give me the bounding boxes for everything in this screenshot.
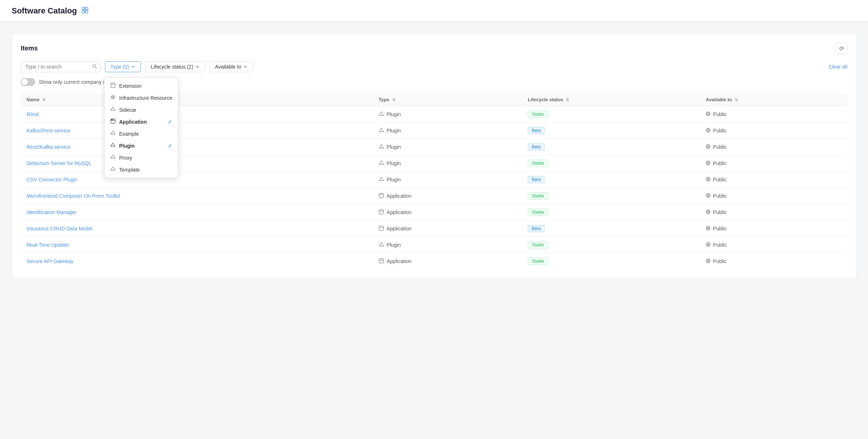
type-label: Application xyxy=(387,209,412,215)
cell-available: Public xyxy=(700,139,847,155)
table-row: Real-Time Updater Plugin Stable Public xyxy=(21,237,847,253)
search-wrap xyxy=(21,61,101,72)
row-name-link[interactable]: Rönd xyxy=(27,111,38,117)
refresh-button[interactable]: ⟳ xyxy=(836,42,847,54)
application-type-icon xyxy=(379,209,384,216)
globe-icon xyxy=(706,242,711,248)
dropdown-item-plugin[interactable]: Plugin ✓ xyxy=(105,140,178,152)
cell-lifecycle: Beta xyxy=(522,139,700,155)
available-filter-button[interactable]: Available to xyxy=(210,61,253,72)
infrastructure-icon xyxy=(110,95,115,101)
dropdown-label-sidecar: Sidecar xyxy=(119,107,136,113)
row-name-link[interactable]: Rest2Kafka service xyxy=(27,144,70,150)
globe-icon xyxy=(706,160,711,167)
svg-rect-1 xyxy=(85,7,88,10)
clear-all-button[interactable]: Clear all xyxy=(829,64,847,70)
cell-type: Plugin xyxy=(373,172,522,188)
row-name-link[interactable]: Insurance CRUD Data Model xyxy=(27,226,92,231)
catalog-icon[interactable] xyxy=(81,7,89,15)
lifecycle-filter-button[interactable]: Lifecycle status (2) xyxy=(145,61,205,72)
col-name[interactable]: Name ⇅ xyxy=(21,93,373,106)
row-name-link[interactable]: Microfrontend Composer On Prem Toolkit xyxy=(27,193,120,199)
sort-icon-lifecycle: ⇅ xyxy=(566,98,569,102)
col-type[interactable]: Type ⇅ xyxy=(373,93,522,106)
company-toggle[interactable] xyxy=(21,78,35,86)
svg-marker-34 xyxy=(379,177,384,181)
table-row: Secure API Gateway Application Stable Pu… xyxy=(21,253,847,270)
dropdown-label-infrastructure: Infrastructure Resource xyxy=(119,95,172,101)
dropdown-item-proxy[interactable]: Proxy xyxy=(105,152,178,164)
type-filter-button[interactable]: Type (2) xyxy=(105,61,141,72)
proxy-icon xyxy=(110,155,115,161)
available-label: Public xyxy=(713,177,727,182)
available-label: Public xyxy=(713,209,727,215)
cell-name: Microfrontend Composer On Prem Toolkit xyxy=(21,188,373,204)
cell-name: CSV Connector Plugin xyxy=(21,172,373,188)
plugin-type-icon xyxy=(379,242,384,248)
cell-available: Public xyxy=(700,204,847,221)
plugin-type-icon xyxy=(379,111,384,118)
dropdown-label-plugin: Plugin xyxy=(119,143,135,149)
type-label: Plugin xyxy=(387,111,401,117)
lifecycle-badge: Stable xyxy=(528,241,548,249)
col-available[interactable]: Available to ⇅ xyxy=(700,93,847,106)
application-type-icon xyxy=(379,258,384,264)
dropdown-item-template[interactable]: Template xyxy=(105,164,178,176)
cell-name: Kafka2Rest service xyxy=(21,123,373,139)
cell-type: Application xyxy=(373,221,522,237)
dropdown-label-proxy: Proxy xyxy=(119,155,132,161)
cell-name: Rönd xyxy=(21,106,373,123)
toggle-label: Show only current company ite xyxy=(39,79,108,85)
svg-rect-6 xyxy=(111,83,115,87)
svg-marker-22 xyxy=(379,128,384,132)
cell-available: Public xyxy=(700,253,847,270)
search-icon xyxy=(92,64,97,70)
globe-icon xyxy=(706,128,711,134)
sort-icon-type: ⇅ xyxy=(392,98,396,102)
dropdown-item-example[interactable]: Example xyxy=(105,128,178,140)
globe-icon xyxy=(706,144,711,150)
chevron-down-icon-2 xyxy=(243,65,248,69)
dropdown-item-sidecar[interactable]: Sidecar xyxy=(105,104,178,116)
cell-lifecycle: Beta xyxy=(522,123,700,139)
cell-lifecycle: Stable xyxy=(522,155,700,172)
cell-lifecycle: Stable xyxy=(522,188,700,204)
svg-marker-26 xyxy=(379,144,384,148)
type-label: Plugin xyxy=(387,128,401,134)
row-name-link[interactable]: Real-Time Updater xyxy=(27,242,69,248)
sort-icon-name: ⇅ xyxy=(42,98,45,102)
cell-type: Plugin xyxy=(373,155,522,172)
items-card: Items ⟳ Type (2) xyxy=(12,33,856,278)
type-label: Plugin xyxy=(387,144,401,150)
svg-marker-16 xyxy=(111,155,115,158)
plugin-type-icon xyxy=(379,128,384,134)
cell-name: Real-Time Updater xyxy=(21,237,373,253)
dropdown-item-extension[interactable]: Extension xyxy=(105,80,178,92)
cell-lifecycle: Stable xyxy=(522,204,700,221)
search-input[interactable] xyxy=(21,61,101,72)
row-name-link[interactable]: CSV Connector Plugin xyxy=(27,177,77,182)
row-name-link[interactable]: Debezium Server for MySQL xyxy=(27,160,92,166)
example-icon xyxy=(110,131,115,137)
check-icon-plugin: ✓ xyxy=(168,143,172,149)
lifecycle-badge: Beta xyxy=(528,143,545,151)
cell-type: Plugin xyxy=(373,237,522,253)
cell-name: Secure API Gateway xyxy=(21,253,373,270)
cell-lifecycle: Beta xyxy=(522,221,700,237)
row-name-link[interactable]: Secure API Gateway xyxy=(27,258,73,264)
lifecycle-badge: Stable xyxy=(528,192,548,200)
row-name-link[interactable]: Kafka2Rest service xyxy=(27,128,70,134)
dropdown-item-infrastructure[interactable]: Infrastructure Resource xyxy=(105,92,178,104)
available-label: Public xyxy=(713,144,727,150)
sidecar-icon xyxy=(110,107,115,113)
svg-rect-38 xyxy=(379,193,384,198)
check-icon-application: ✓ xyxy=(168,119,172,125)
cell-type: Plugin xyxy=(373,139,522,155)
dropdown-item-application[interactable]: Application ✓ xyxy=(105,116,178,128)
filters-row: Type (2) Lifecycle status (2) Available … xyxy=(21,61,847,72)
dropdown-label-application: Application xyxy=(119,119,147,125)
cell-name: Identification Manager xyxy=(21,204,373,221)
row-name-link[interactable]: Identification Manager xyxy=(27,209,77,215)
col-lifecycle[interactable]: Lifecycle status ⇅ xyxy=(522,93,700,106)
globe-icon xyxy=(706,209,711,216)
